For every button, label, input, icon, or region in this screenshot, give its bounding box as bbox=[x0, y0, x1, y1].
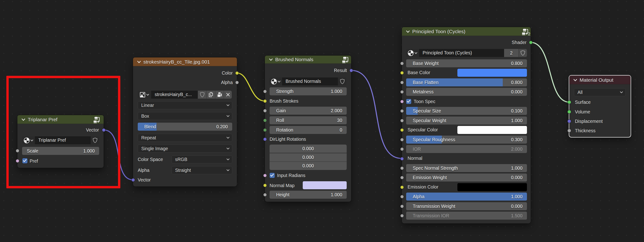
svg-text:2: 2 bbox=[528, 32, 530, 36]
